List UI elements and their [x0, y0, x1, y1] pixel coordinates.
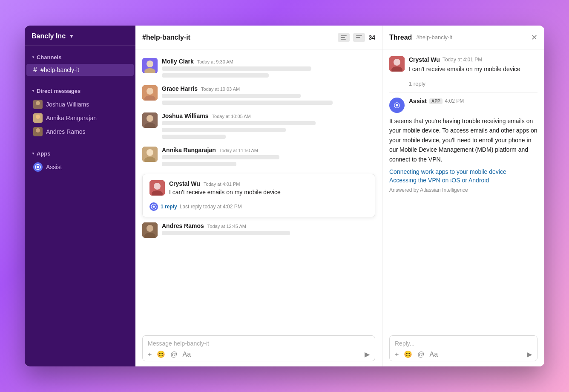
sidebar-item-assist[interactable]: Assist	[26, 160, 134, 174]
dm-triangle-icon: ▼	[32, 89, 35, 93]
thread-label: Thread	[389, 34, 412, 41]
assist-link-2[interactable]: Accessing the VPN on iOS or Android	[389, 177, 537, 184]
answered-by: Answered by Atlassian Intelligence	[389, 187, 537, 193]
svg-point-23	[147, 149, 153, 156]
channels-header[interactable]: ▼ Channels	[25, 52, 135, 62]
assist-header: Assist APP 4:02 PM	[409, 98, 464, 104]
add-button[interactable]: +	[148, 351, 152, 358]
svg-point-3	[34, 120, 41, 123]
reply-toolbar: + 😊 @ Aa ▶	[395, 350, 532, 358]
message-meta-joshua: Joshua Williams Today at 10:05 AM	[162, 112, 375, 119]
msg-placeholder	[162, 66, 311, 71]
time-andres: Today at 12:45 AM	[207, 224, 246, 229]
time-molly: Today at 9:30 AM	[197, 59, 233, 64]
thread-original-message: Crystal Wu Today at 4:01 PM I can't rece…	[389, 56, 537, 74]
svg-rect-10	[341, 39, 346, 40]
thread-mention-button[interactable]: @	[417, 351, 424, 358]
apps-header[interactable]: ▼ Apps	[25, 149, 135, 159]
apps-section: ▼ Apps Assist	[25, 142, 135, 177]
member-count: 34	[368, 34, 375, 41]
assist-message: Assist APP 4:02 PM It seems that you're …	[389, 98, 537, 193]
time-joshua: Today at 10:05 AM	[212, 114, 251, 119]
message-row-crystal-highlight: Crystal Wu Today at 4:01 PM I can't rece…	[149, 180, 368, 199]
workspace-header[interactable]: Bancly Inc ▼	[25, 26, 135, 46]
thread-divider	[389, 92, 537, 92]
svg-point-17	[147, 88, 153, 95]
message-content-crystal-highlight: Crystal Wu Today at 4:01 PM I can't rece…	[169, 180, 368, 199]
thread-reply-area: Reply... + 😊 @ Aa ▶	[382, 330, 544, 366]
thread-message-row-crystal: Crystal Wu Today at 4:01 PM I can't rece…	[389, 56, 537, 74]
app-badge: APP	[429, 98, 443, 104]
reply-time: Last reply today at 4:02 PM	[180, 204, 242, 210]
thread-reply-box[interactable]: Reply... + 😊 @ Aa ▶	[389, 335, 537, 361]
svg-point-5	[34, 133, 41, 136]
thread-format-button[interactable]: Aa	[430, 351, 438, 358]
thread-emoji-button[interactable]: 😊	[404, 350, 412, 358]
sidebar-item-help-bancly-it[interactable]: # #help-bancly-it	[26, 64, 134, 76]
sidebar-item-annika[interactable]: Annika Rangarajan	[26, 111, 134, 125]
svg-point-2	[36, 115, 40, 119]
message-row-annika: Annika Rangarajan Today at 11:50 AM	[142, 147, 375, 169]
reply-button[interactable]: 1 reply Last reply today at 4:02 PM	[149, 202, 368, 211]
dm-label: Direct messages	[37, 88, 80, 94]
thread-crystal-name-area: Crystal Wu Today at 4:01 PM	[409, 56, 520, 63]
header-btn-1[interactable]	[338, 33, 350, 42]
app-name-assist: Assist	[46, 164, 62, 170]
workspace-name: Bancly Inc	[32, 32, 66, 40]
svg-point-7	[37, 166, 39, 168]
hash-icon: #	[33, 66, 37, 74]
svg-point-1	[34, 106, 41, 109]
thread-add-button[interactable]: +	[395, 351, 399, 358]
thread-panel: Thread #help-bancly-it ✕ Crystal Wu Toda…	[382, 26, 544, 366]
msg-placeholder	[162, 94, 301, 98]
time-grace: Today at 10:03 AM	[201, 86, 240, 92]
message-content-molly: Molly Clark Today at 9:30 AM	[162, 58, 375, 80]
reply-assist-icon	[149, 202, 158, 211]
svg-point-0	[36, 101, 40, 105]
avatar-molly	[142, 58, 158, 73]
svg-point-20	[147, 115, 153, 122]
thread-input-actions: + 😊 @ Aa	[395, 350, 438, 358]
chat-header-actions: 34	[338, 33, 375, 42]
dm-header[interactable]: ▼ Direct messages	[25, 86, 135, 96]
apps-label: Apps	[37, 150, 51, 157]
thread-title-area: Thread #help-bancly-it	[389, 34, 452, 41]
svg-rect-9	[341, 37, 345, 38]
thread-original-content: Crystal Wu Today at 4:01 PM I can't rece…	[409, 56, 520, 74]
channels-section: ▼ Channels # #help-bancly-it	[25, 46, 135, 79]
svg-point-4	[36, 128, 40, 133]
format-button[interactable]: Aa	[183, 351, 191, 358]
message-input-box[interactable]: Message help-bancly-it + 😊 @ Aa ▶	[142, 335, 375, 361]
sender-crystal-highlight: Crystal Wu	[169, 180, 200, 187]
assist-link-1[interactable]: Connecting work apps to your mobile devi…	[389, 168, 537, 175]
message-group-andres: Andres Ramos Today at 12:45 AM	[135, 221, 382, 239]
chat-channel-title: #help-bancly-it	[142, 34, 190, 41]
thread-reply-count: 1 reply	[409, 81, 537, 87]
message-row-joshua: Joshua Williams Today at 10:05 AM	[142, 112, 375, 141]
avatar-crystal-thread	[389, 56, 405, 72]
channel-name: #help-bancly-it	[40, 66, 79, 73]
mention-button[interactable]: @	[170, 351, 177, 358]
sender-grace: Grace Harris	[162, 85, 198, 92]
emoji-button[interactable]: 😊	[157, 350, 165, 358]
assist-row: Assist APP 4:02 PM	[389, 98, 537, 113]
thread-close-button[interactable]: ✕	[531, 33, 537, 42]
sidebar-item-andres[interactable]: Andres Ramos	[26, 125, 134, 138]
svg-point-31	[147, 225, 153, 232]
thread-messages: Crystal Wu Today at 4:01 PM I can't rece…	[382, 49, 544, 330]
send-button[interactable]: ▶	[365, 350, 370, 358]
avatar-andres	[33, 127, 43, 136]
channels-label: Channels	[37, 54, 62, 61]
avatar-joshua	[33, 100, 43, 109]
svg-point-29	[153, 206, 155, 208]
message-row-grace: Grace Harris Today at 10:03 AM	[142, 85, 375, 107]
sender-molly: Molly Clark	[162, 58, 194, 65]
chat-header: #help-bancly-it 34	[135, 26, 382, 49]
sidebar-item-joshua[interactable]: Joshua Williams	[26, 98, 134, 111]
message-input-toolbar: + 😊 @ Aa ▶	[148, 350, 370, 358]
header-btn-2[interactable]	[353, 33, 365, 42]
svg-point-34	[394, 59, 400, 66]
thread-send-button[interactable]: ▶	[527, 350, 532, 358]
time-annika: Today at 11:50 AM	[219, 148, 258, 153]
assist-name-area: Assist APP 4:02 PM	[409, 98, 464, 104]
